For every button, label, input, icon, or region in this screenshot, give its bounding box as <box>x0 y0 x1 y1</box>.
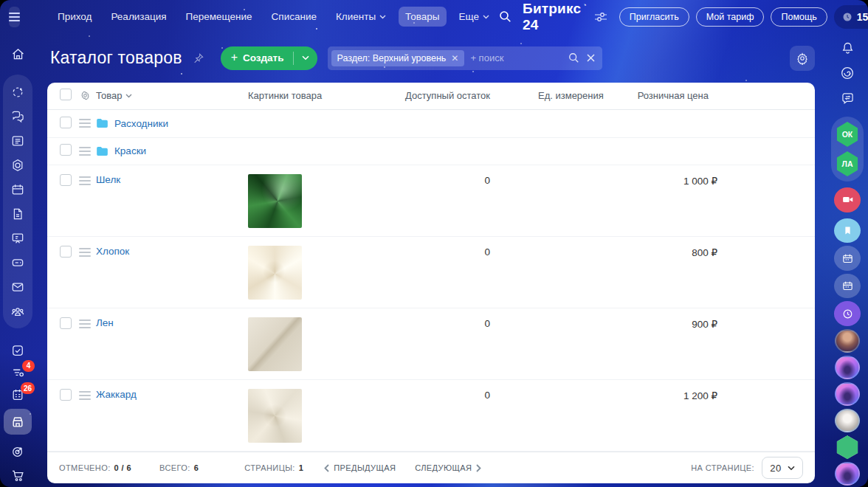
folder-link[interactable]: Расходники <box>114 118 168 129</box>
my-tariff-button[interactable]: Мой тариф <box>696 7 765 27</box>
news-icon[interactable] <box>5 128 30 153</box>
column-header-stock[interactable]: Доступный остаток <box>403 90 490 101</box>
row-checkbox[interactable] <box>60 144 72 156</box>
contact-avatar[interactable] <box>835 356 860 379</box>
folder-link[interactable]: Краски <box>114 145 146 156</box>
clear-filter-icon[interactable] <box>587 54 595 62</box>
per-page-select[interactable]: 20 <box>762 457 803 479</box>
documents-icon[interactable] <box>5 201 30 226</box>
video-call-icon[interactable] <box>834 187 861 213</box>
prev-page-button[interactable]: ПРЕДЫДУЩАЯ <box>324 463 396 472</box>
row-checkbox[interactable] <box>60 389 72 401</box>
product-image-beige-linen[interactable] <box>248 317 302 371</box>
chat-hexagon-ok[interactable]: ОК <box>836 122 859 147</box>
hamburger-menu-icon[interactable] <box>9 7 20 27</box>
column-header-product[interactable]: Товар <box>96 90 132 101</box>
product-link[interactable]: Шелк <box>96 174 120 185</box>
product-image-cream-cotton[interactable] <box>248 246 302 300</box>
planner-icon[interactable]: 26 <box>5 384 30 406</box>
contact-avatar[interactable] <box>835 382 860 406</box>
table-row-product: Шелк 0 1 000 ₽ <box>47 165 815 237</box>
drag-handle-icon[interactable] <box>79 389 91 402</box>
product-link[interactable]: Жаккард <box>96 389 137 400</box>
drag-handle-icon[interactable] <box>79 174 91 187</box>
pin-icon[interactable] <box>193 52 204 64</box>
search-icon[interactable] <box>568 52 579 63</box>
notifications-bell-icon[interactable] <box>833 36 861 61</box>
live-feed-icon[interactable] <box>5 80 30 104</box>
next-page-button[interactable]: СЛЕДУЮЩАЯ <box>415 463 481 472</box>
nav-item-klienty[interactable]: Клиенты <box>329 7 393 27</box>
mail-icon[interactable] <box>5 274 30 299</box>
nav-label: Списание <box>272 11 317 22</box>
shop-cart-icon[interactable] <box>5 465 30 487</box>
drag-handle-icon[interactable] <box>79 145 91 158</box>
calendar-icon[interactable] <box>5 177 30 201</box>
bookmark-icon[interactable] <box>834 218 861 244</box>
home-icon[interactable] <box>5 43 30 65</box>
contact-avatar[interactable] <box>835 462 860 486</box>
crm-icon[interactable]: 4 <box>5 362 30 384</box>
price-value: 800 ₽ <box>608 246 717 258</box>
nav-label: Клиенты <box>336 11 376 22</box>
filter-search-bar[interactable]: Раздел: Верхний уровень ✕ + поиск <box>328 46 602 70</box>
product-image-cream-jacquard[interactable] <box>248 389 302 443</box>
row-checkbox[interactable] <box>60 174 72 186</box>
folder-icon <box>96 146 108 156</box>
create-dropdown-toggle[interactable] <box>293 52 317 65</box>
employees-icon[interactable] <box>5 299 30 323</box>
column-header-price[interactable]: Розничная цена <box>608 90 717 101</box>
product-image-green-silk[interactable] <box>248 174 302 228</box>
pagination-bar: ОТМЕЧЕНО:0 / 6 ВСЕГО:6 СТРАНИЦЫ:1 ПРЕДЫД… <box>47 452 815 483</box>
boards-icon[interactable] <box>5 226 30 250</box>
search-input[interactable]: + поиск <box>470 52 562 63</box>
drag-handle-icon[interactable] <box>79 246 91 259</box>
contact-avatar-hexagon[interactable] <box>836 435 859 459</box>
chip-remove-icon[interactable]: ✕ <box>451 53 458 63</box>
nav-item-peremeshchenie[interactable]: Перемещение <box>179 7 259 27</box>
create-button[interactable]: +Создать <box>221 46 317 70</box>
help-button[interactable]: Помощь <box>771 7 827 27</box>
contact-avatar-cat[interactable] <box>835 409 860 432</box>
column-header-images[interactable]: Картинки товара <box>248 90 403 101</box>
select-all-checkbox[interactable] <box>60 89 72 100</box>
product-link[interactable]: Лен <box>96 317 114 328</box>
time-clock-icon[interactable] <box>834 301 861 326</box>
prev-label: ПРЕДЫДУЩАЯ <box>334 463 396 472</box>
calendar-event-icon[interactable] <box>834 274 861 299</box>
marketing-target-icon[interactable] <box>5 441 30 463</box>
unit-value <box>490 246 608 246</box>
invite-button[interactable]: Пригласить <box>619 7 689 27</box>
total-label: ВСЕГО: <box>159 463 190 472</box>
messenger-icon[interactable] <box>5 104 30 128</box>
grid-settings-gear-icon[interactable] <box>74 90 96 101</box>
catalog-store-icon-active[interactable] <box>4 409 32 435</box>
drag-handle-icon[interactable] <box>79 117 91 130</box>
worktime-widget[interactable]: 15:56 <box>834 5 868 29</box>
chat-hexagon-la[interactable]: ЛА <box>836 151 859 176</box>
calendar-event-icon[interactable] <box>834 246 861 271</box>
nav-item-spisanie[interactable]: Списание <box>265 7 323 27</box>
workflows-icon[interactable] <box>5 153 30 177</box>
sliders-icon[interactable] <box>595 12 607 22</box>
filter-chip[interactable]: Раздел: Верхний уровень ✕ <box>331 50 465 66</box>
per-page-label: НА СТРАНИЦЕ: <box>691 463 754 472</box>
row-checkbox[interactable] <box>60 117 72 128</box>
column-header-unit[interactable]: Ед. измерения <box>490 90 608 101</box>
product-link[interactable]: Хлопок <box>96 246 129 257</box>
search-icon[interactable] <box>496 7 514 26</box>
nav-item-realizaciya[interactable]: Реализация <box>104 7 173 27</box>
copilot-icon[interactable] <box>833 61 861 86</box>
tasks-icon[interactable] <box>5 339 30 361</box>
contact-avatar[interactable] <box>835 329 860 353</box>
drag-handle-icon[interactable] <box>79 317 91 331</box>
folder-icon <box>96 118 108 128</box>
chat-transfer-icon[interactable] <box>833 86 861 111</box>
nav-item-prihod[interactable]: Приход <box>51 7 98 27</box>
drive-icon[interactable] <box>5 250 30 274</box>
row-checkbox[interactable] <box>60 317 72 329</box>
nav-item-eshche[interactable]: Еще <box>452 7 496 27</box>
row-checkbox[interactable] <box>60 246 72 258</box>
settings-gear-icon[interactable] <box>790 46 815 71</box>
nav-item-tovary[interactable]: Товары <box>399 7 446 27</box>
